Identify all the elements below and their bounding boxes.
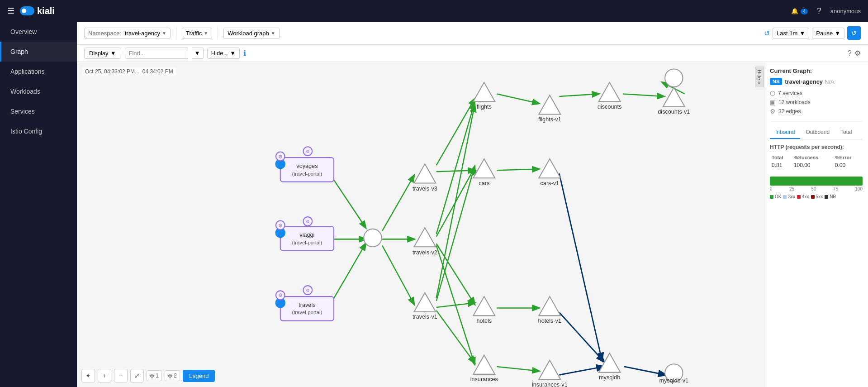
node-travels-v2[interactable]	[414, 228, 436, 247]
node-flights-v1[interactable]	[539, 95, 560, 114]
http-section-title: HTTP (requests per second):	[770, 144, 863, 150]
hide-panel-button[interactable]: Hide »	[755, 67, 764, 87]
toolbar2-right: ? ⚙	[848, 49, 861, 57]
svg-text:⚙: ⚙	[287, 301, 291, 306]
services-stat: ⬡ 7 services	[770, 90, 863, 97]
node-cars-v1[interactable]	[539, 159, 560, 178]
ns-na: N/A	[825, 78, 835, 85]
find-input[interactable]	[125, 48, 188, 59]
display-label: Display	[89, 50, 109, 57]
sidebar-item-services[interactable]: Services	[0, 101, 77, 121]
node-insurances-v1[interactable]	[539, 360, 560, 379]
tab-total[interactable]: Total	[835, 126, 857, 139]
help-question-button[interactable]: ?	[848, 49, 852, 57]
sidebar-item-applications[interactable]: Applications	[0, 62, 77, 81]
svg-text:⚙: ⚙	[287, 231, 291, 236]
toolbar-sep-1	[176, 27, 176, 39]
ns-badge: NS	[770, 78, 782, 85]
node-flights[interactable]	[473, 82, 495, 101]
svg-line-12	[436, 105, 474, 298]
svg-text:(travel-portal): (travel-portal)	[292, 310, 322, 315]
graph-settings-button[interactable]: ⚙	[854, 49, 861, 57]
node-cars[interactable]	[473, 159, 495, 178]
main-layout: Overview Graph Applications Workloads Se…	[0, 22, 868, 387]
time-range-selector[interactable]: Last 1m ▼	[773, 28, 809, 39]
traffic-label: Traffic	[186, 30, 202, 37]
node-label-2[interactable]: ⊛ 2	[165, 370, 180, 381]
traffic-selector[interactable]: Traffic ▼	[182, 28, 212, 39]
sidebar-item-graph[interactable]: Graph	[0, 42, 77, 62]
svg-text:mysqldb: mysqldb	[599, 374, 620, 381]
chart-label-50: 50	[811, 186, 816, 191]
edges-count: 32 edges	[778, 108, 801, 115]
legend-3xx-dot	[783, 195, 787, 199]
sidebar-item-overview[interactable]: Overview	[0, 22, 77, 42]
svg-text:flights-v1: flights-v1	[538, 116, 561, 123]
node-viaggi[interactable]	[280, 226, 334, 250]
namespace-selector[interactable]: Namespace: travel-agency ▼	[84, 28, 171, 39]
main-content: Namespace: travel-agency ▼ Traffic ▼ Wor…	[77, 22, 868, 387]
legend-ok-dot	[770, 195, 773, 199]
find-dropdown-button[interactable]: ▼	[192, 48, 204, 59]
hamburger-menu[interactable]: ☰	[7, 6, 14, 16]
node-hotels-v1[interactable]	[539, 296, 560, 315]
legend-button[interactable]: Legend	[183, 370, 215, 382]
refresh-button[interactable]: ↺	[847, 26, 861, 40]
node-discounts[interactable]	[599, 82, 621, 101]
tab-outbound[interactable]: Outbound	[800, 126, 835, 139]
bar-chart	[770, 177, 863, 186]
svg-line-25	[559, 367, 604, 375]
tab-inbound[interactable]: Inbound	[770, 126, 800, 139]
toolbar-right: ↺ Last 1m ▼ Pause ▼ ↺	[764, 26, 861, 40]
node-label-1[interactable]: ⊛ 1	[147, 370, 162, 381]
http-table: Total %Success %Error 0.81 100.00 0.00	[770, 154, 863, 169]
node-insurances[interactable]	[473, 355, 495, 374]
history-icon: ↺	[764, 29, 770, 38]
namespace-info: NS travel-agency N/A	[770, 78, 863, 85]
node-travels-v3[interactable]	[414, 164, 436, 183]
col-error: %Error	[833, 154, 863, 161]
sidebar: Overview Graph Applications Workloads Se…	[0, 22, 77, 387]
time-chevron: ▼	[799, 30, 805, 37]
svg-line-15	[436, 311, 474, 363]
legend-nr: NR	[825, 194, 836, 199]
svg-text:(travel-portal): (travel-portal)	[292, 240, 322, 245]
http-success: 100.00	[792, 161, 833, 169]
pause-selector[interactable]: Pause ▼	[812, 28, 844, 39]
sidebar-item-workloads[interactable]: Workloads	[0, 81, 77, 101]
node-hotels[interactable]	[473, 296, 495, 315]
node-travels-v1[interactable]	[414, 293, 436, 312]
node-travels-circle[interactable]	[364, 229, 381, 247]
help-icon[interactable]: ?	[817, 6, 821, 16]
svg-text:⚙: ⚙	[278, 292, 283, 298]
node-voyages[interactable]	[280, 158, 334, 182]
hide-selector[interactable]: Hide... ▼	[207, 48, 240, 59]
pause-chevron: ▼	[835, 30, 840, 37]
fit-button[interactable]: ⤢	[130, 369, 144, 382]
notifications-bell[interactable]: 🔔 4	[791, 8, 808, 14]
top-nav: ☰ kiali 🔔 4 ? anonymous	[0, 0, 868, 22]
node-discounts-v1[interactable]	[663, 87, 685, 106]
layout-button[interactable]: ✦	[81, 369, 95, 382]
ns-name: travel-agency	[785, 78, 823, 85]
namespace-chevron: ▼	[162, 31, 166, 36]
zoom-out-button[interactable]: −	[114, 369, 128, 382]
node-mysqldb[interactable]	[599, 353, 621, 372]
toolbar-sep-2	[218, 27, 218, 39]
display-button[interactable]: Display ▼	[84, 48, 121, 59]
edges-stat: ⚙ 32 edges	[770, 108, 863, 115]
info-icon[interactable]: ℹ	[243, 49, 246, 57]
zoom-in-button[interactable]: +	[98, 369, 111, 382]
graph-canvas: Oct 25, 04:33:02 PM ... 04:34:02 PM	[77, 62, 764, 387]
namespace-label: Namespace:	[88, 30, 121, 37]
col-success: %Success	[792, 154, 833, 161]
col-total: Total	[770, 154, 792, 161]
sidebar-item-istio-config[interactable]: Istio Config	[0, 121, 77, 141]
graph-type-selector[interactable]: Workload graph ▼	[223, 28, 279, 39]
svg-text:⚙: ⚙	[306, 288, 310, 293]
node-travels-portal[interactable]	[280, 296, 334, 320]
svg-line-21	[623, 94, 664, 96]
svg-text:hotels: hotels	[476, 318, 492, 324]
chart-label-75: 75	[833, 186, 838, 191]
namespace-value: travel-agency	[125, 30, 160, 37]
